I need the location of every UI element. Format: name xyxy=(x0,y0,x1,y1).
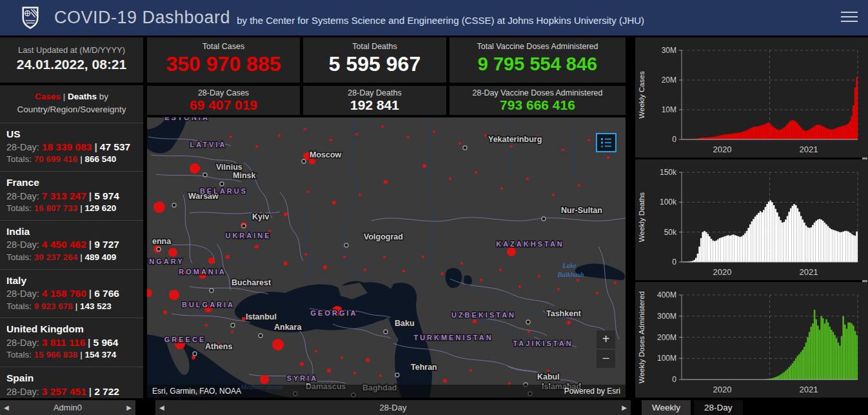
hamburger-menu-icon[interactable] xyxy=(841,12,858,24)
svg-text:Ankara: Ankara xyxy=(274,323,302,332)
map-period-bar: ◀ 28-Day ▶ xyxy=(155,400,631,415)
zoom-in-button[interactable]: + xyxy=(597,330,615,349)
day28-deaths-panel: 28-Day Deaths 192 841 xyxy=(303,86,446,115)
svg-text:Bucharest: Bucharest xyxy=(232,278,271,287)
svg-text:2021: 2021 xyxy=(799,385,818,394)
powered-by-esri-text: Powered by Esri xyxy=(564,387,620,396)
country-28day-line: 28-Day: 4 158 760 | 6 766 xyxy=(6,287,134,300)
weekly-deaths-chart[interactable]: 050k100k150k20202021Weekly Deaths xyxy=(635,159,868,280)
weekly-doses-chart[interactable]: 0100M200M300M400M20202021Weekly Doses Ad… xyxy=(635,282,868,398)
country-totals-line: Totals: 39 237 264 | 489 409 xyxy=(6,252,134,263)
svg-text:30M: 30M xyxy=(662,46,676,55)
total-vaccine-panel: Total Vaccine Doses Administered 9 795 5… xyxy=(449,37,626,83)
svg-text:Balkhash: Balkhash xyxy=(558,270,584,278)
svg-text:TAJIKISTAN: TAJIKISTAN xyxy=(513,339,573,347)
admin-level-bar: ◀ Admin0 ▶ xyxy=(0,400,135,415)
layer-list-button[interactable] xyxy=(596,133,616,152)
map-attribution: Esri, Garmin, FAO, NOAA Powered by Esri xyxy=(147,385,626,398)
total-deaths-value: 5 595 967 xyxy=(303,51,446,76)
zoom-out-button[interactable]: − xyxy=(597,350,615,368)
period-prev-arrow[interactable]: ◀ xyxy=(155,404,168,411)
last-updated-value: 24.01.2022, 08:21 xyxy=(0,55,143,72)
svg-text:Kabul: Kabul xyxy=(537,372,560,381)
country-28day-line: 28-Day: 7 313 247 | 5 974 xyxy=(6,190,134,203)
svg-text:50k: 50k xyxy=(664,228,677,237)
tab-28-day[interactable]: 28-Day xyxy=(694,400,743,415)
svg-text:UKRAINE: UKRAINE xyxy=(225,232,271,239)
country-item[interactable]: India28-Day: 4 450 462 | 9 727Totals: 39… xyxy=(0,221,143,270)
deaths-header-label: Deaths xyxy=(68,92,97,101)
svg-text:400M: 400M xyxy=(657,290,676,299)
svg-text:Tehran: Tehran xyxy=(411,363,437,372)
day28-cases-panel: 28-Day Cases 69 407 019 xyxy=(147,86,300,115)
country-header-line2: Country/Region/Sovereignty xyxy=(17,105,126,114)
total-vaccine-value: 9 795 554 846 xyxy=(449,51,626,75)
country-item[interactable]: Italy28-Day: 4 158 760 | 6 766Totals: 9 … xyxy=(0,270,143,319)
country-item[interactable]: Spain28-Day: 3 257 451 | 2 722Totals: 8 … xyxy=(0,367,143,398)
country-28day-line: 28-Day: 18 339 083 | 47 537 xyxy=(6,141,134,154)
total-cases-label: Total Cases xyxy=(147,37,300,51)
svg-text:Istanbul: Istanbul xyxy=(246,312,277,321)
total-cases-value: 350 970 885 xyxy=(147,51,300,76)
day28-deaths-label: 28-Day Deaths xyxy=(303,86,446,97)
country-item[interactable]: United Kingdom28-Day: 3 811 116 | 5 964T… xyxy=(0,318,143,367)
map-land xyxy=(147,117,626,398)
country-item[interactable]: US28-Day: 18 339 083 | 47 537Totals: 70 … xyxy=(0,123,143,172)
svg-text:LATVIA: LATVIA xyxy=(190,141,227,148)
svg-text:enna: enna xyxy=(152,237,172,246)
svg-text:150k: 150k xyxy=(660,168,677,177)
map-bar-label: 28-Day xyxy=(168,403,618,412)
total-deaths-panel: Total Deaths 5 595 967 xyxy=(303,37,446,83)
country-totals-line: Totals: 9 923 678 | 143 523 xyxy=(6,301,134,312)
total-vaccine-label: Total Vaccine Doses Administered xyxy=(449,37,626,51)
svg-text:GEORGIA: GEORGIA xyxy=(311,309,358,317)
svg-text:2021: 2021 xyxy=(799,145,818,154)
svg-text:BULGARIA: BULGARIA xyxy=(182,301,235,309)
last-updated-label: Last Updated at (M/D/YYYY) xyxy=(0,37,143,55)
svg-text:Baku: Baku xyxy=(395,319,415,328)
svg-text:Yekaterinburg: Yekaterinburg xyxy=(488,135,542,144)
svg-text:100k: 100k xyxy=(660,197,677,207)
admin-prev-arrow[interactable]: ◀ xyxy=(0,404,13,411)
svg-text:Volgograd: Volgograd xyxy=(364,232,403,241)
svg-text:Tashkent: Tashkent xyxy=(546,309,582,318)
cases-header-label: Cases xyxy=(35,92,61,101)
country-name: Spain xyxy=(6,372,134,385)
svg-text:2020: 2020 xyxy=(713,145,732,154)
country-28day-line: 28-Day: 4 450 462 | 9 727 xyxy=(6,238,134,251)
country-list-header: Cases | Deaths by Country/Region/Soverei… xyxy=(0,85,143,123)
svg-text:Minsk: Minsk xyxy=(233,171,255,180)
svg-text:SYRIA: SYRIA xyxy=(287,374,319,382)
svg-text:ROMANIA: ROMANIA xyxy=(179,268,226,276)
day28-vaccine-value: 793 666 416 xyxy=(449,97,626,113)
svg-text:2021: 2021 xyxy=(799,267,818,277)
svg-text:Vilnius: Vilnius xyxy=(216,163,242,172)
svg-text:Lake: Lake xyxy=(562,261,577,269)
country-name: US xyxy=(6,128,134,141)
svg-text:Athens: Athens xyxy=(205,342,232,351)
total-cases-panel: Total Cases 350 970 885 xyxy=(147,37,300,83)
country-28day-line: 28-Day: 3 811 116 | 5 964 xyxy=(6,336,134,349)
day28-deaths-value: 192 841 xyxy=(303,97,446,113)
svg-text:TURKMENISTAN: TURKMENISTAN xyxy=(413,334,493,341)
page-title: COVID-19 Dashboard xyxy=(54,8,230,28)
country-item[interactable]: France28-Day: 7 313 247 | 5 974Totals: 1… xyxy=(0,172,143,221)
country-28day-line: 28-Day: 3 257 451 | 2 722 xyxy=(6,385,134,398)
country-name: Italy xyxy=(6,274,134,287)
country-name: France xyxy=(6,176,134,189)
svg-text:20M: 20M xyxy=(662,76,676,85)
svg-text:UNGARY: UNGARY xyxy=(147,258,184,265)
svg-text:Weekly Deaths: Weekly Deaths xyxy=(638,192,646,242)
svg-text:Nur-Sultan: Nur-Sultan xyxy=(561,206,602,215)
day28-vaccine-label: 28-Day Vaccine Doses Administered xyxy=(449,86,626,97)
tab-weekly[interactable]: Weekly xyxy=(642,400,691,415)
jhu-shield-icon xyxy=(21,6,40,30)
svg-text:GREECE: GREECE xyxy=(164,336,206,343)
map-zoom-controls: + − xyxy=(597,330,615,369)
weekly-cases-chart[interactable]: 010M20M30M20202021Weekly Cases xyxy=(635,37,868,157)
period-next-arrow[interactable]: ▶ xyxy=(618,404,631,411)
svg-text:0: 0 xyxy=(672,375,676,384)
world-map[interactable]: MoscowYekaterinburgVilniusMinskWarsawKyi… xyxy=(147,117,626,398)
day28-cases-value: 69 407 019 xyxy=(147,97,300,113)
admin-next-arrow[interactable]: ▶ xyxy=(123,404,135,411)
